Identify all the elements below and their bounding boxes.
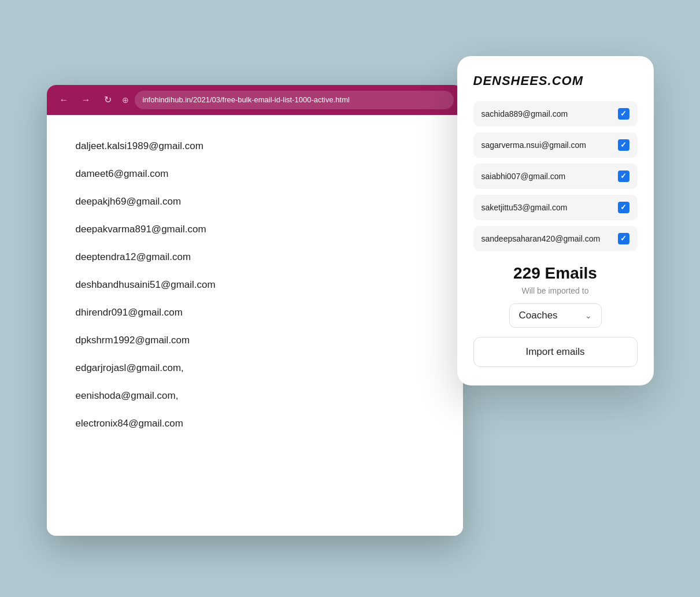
checkbox-icon[interactable] xyxy=(618,108,629,120)
refresh-button[interactable]: ↻ xyxy=(100,92,116,108)
email-label: sagarverma.nsui@gmail.com xyxy=(482,140,587,150)
back-button[interactable]: ← xyxy=(56,92,72,108)
email-label: saketjittu53@gmail.com xyxy=(482,203,568,212)
list-item: deshbandhusaini51@gmail.com xyxy=(76,271,434,299)
list-item: dpkshrm1992@gmail.com xyxy=(76,327,434,354)
email-list: daljeet.kalsi1989@gmail.comdameet6@gmail… xyxy=(76,132,434,437)
overlay-card: DENSHEES.COM sachida889@gmail.comsagarve… xyxy=(457,56,654,385)
checkbox-icon[interactable] xyxy=(618,202,629,213)
forward-button[interactable]: → xyxy=(78,92,94,108)
email-checkbox-row[interactable]: sandeepsaharan420@gmail.com xyxy=(473,226,638,251)
site-icon: ⊕ xyxy=(122,95,129,105)
email-checkbox-row[interactable]: sachida889@gmail.com xyxy=(473,101,638,127)
email-checkbox-row[interactable]: saketjittu53@gmail.com xyxy=(473,195,638,220)
checkbox-icon[interactable] xyxy=(618,139,629,151)
list-item: dhirendr091@gmail.com xyxy=(76,299,434,327)
list-item: daljeet.kalsi1989@gmail.com xyxy=(76,132,434,160)
list-item: deepakvarma891@gmail.com xyxy=(76,216,434,243)
import-label: Will be imported to xyxy=(473,286,638,295)
dropdown-wrapper: Coaches ⌄ xyxy=(473,303,638,328)
list-item: edgarjrojasl@gmail.com, xyxy=(76,354,434,382)
email-checkbox-row[interactable]: sagarverma.nsui@gmail.com xyxy=(473,132,638,158)
list-item: electronix84@gmail.com xyxy=(76,410,434,437)
browser-content: daljeet.kalsi1989@gmail.comdameet6@gmail… xyxy=(47,115,463,536)
email-label: sandeepsaharan420@gmail.com xyxy=(482,234,601,243)
browser-window: ← → ↻ ⊕ daljeet.kalsi1989@gmail.comdamee… xyxy=(47,85,463,536)
address-bar[interactable] xyxy=(135,91,454,109)
card-logo: DENSHEES.COM xyxy=(473,73,638,88)
checkbox-icon[interactable] xyxy=(618,170,629,182)
checkbox-icon[interactable] xyxy=(618,233,629,244)
import-emails-button[interactable]: Import emails xyxy=(473,337,638,367)
list-item: eenishoda@gmail.com, xyxy=(76,382,434,410)
browser-toolbar: ← → ↻ ⊕ xyxy=(47,85,463,115)
email-count: 229 Emails xyxy=(473,264,638,283)
email-label: sachida889@gmail.com xyxy=(482,109,568,118)
email-checkbox-list: sachida889@gmail.comsagarverma.nsui@gmai… xyxy=(473,101,638,251)
email-checkbox-row[interactable]: saiabhi007@gmail.com xyxy=(473,164,638,189)
email-label: saiabhi007@gmail.com xyxy=(482,172,566,181)
list-item: deepakjh69@gmail.com xyxy=(76,188,434,216)
list-item: deeptendra12@gmail.com xyxy=(76,243,434,271)
chevron-down-icon: ⌄ xyxy=(585,311,592,320)
list-item: dameet6@gmail.com xyxy=(76,160,434,188)
dropdown-value: Coaches xyxy=(519,310,558,321)
category-dropdown[interactable]: Coaches ⌄ xyxy=(509,303,602,328)
